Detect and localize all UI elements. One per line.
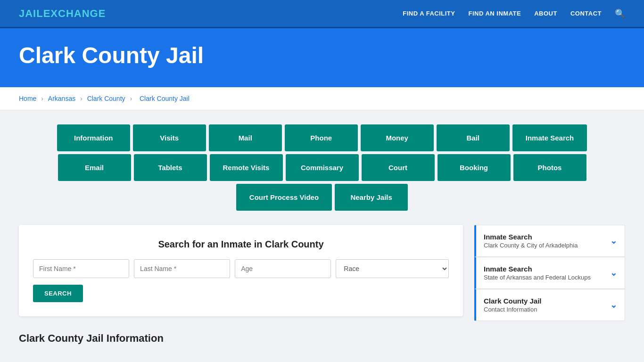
btn-court[interactable]: Court bbox=[362, 154, 435, 181]
breadcrumb-sep-2: › bbox=[80, 95, 84, 102]
btn-row-2: Email Tablets Remote Visits Commissary C… bbox=[58, 154, 586, 181]
info-section-title: Clark County Jail Information bbox=[19, 332, 625, 345]
info-section: Clark County Jail Information bbox=[19, 332, 625, 345]
btn-booking[interactable]: Booking bbox=[438, 154, 511, 181]
sidebar-title-1: Inmate Search bbox=[484, 233, 578, 241]
sidebar-item-contact-info[interactable]: Clark County Jail Contact Information ⌄ bbox=[474, 289, 625, 321]
logo-exchange-highlight: EXCHANGE bbox=[43, 8, 106, 19]
last-name-input[interactable] bbox=[134, 259, 230, 278]
btn-photos[interactable]: Photos bbox=[513, 154, 586, 181]
lower-section: Search for an Inmate in Clark County Rac… bbox=[19, 225, 625, 321]
navigation-button-grid: Information Visits Mail Phone Money Bail… bbox=[19, 124, 625, 211]
btn-tablets[interactable]: Tablets bbox=[134, 154, 207, 181]
chevron-icon-2: ⌄ bbox=[610, 268, 617, 278]
logo-jail: JAIL bbox=[19, 8, 43, 19]
search-submit-button[interactable]: SEARCH bbox=[33, 285, 83, 302]
main-nav: FIND A FACILITY FIND AN INMATE ABOUT CON… bbox=[403, 8, 625, 19]
btn-bail[interactable]: Bail bbox=[437, 124, 510, 151]
nav-find-facility[interactable]: FIND A FACILITY bbox=[403, 10, 455, 17]
breadcrumb-arkansas[interactable]: Arkansas bbox=[48, 95, 75, 102]
breadcrumb-home[interactable]: Home bbox=[19, 95, 36, 102]
breadcrumb: Home › Arkansas › Clark County › Clark C… bbox=[0, 87, 644, 110]
btn-information[interactable]: Information bbox=[57, 124, 130, 151]
header-search-button[interactable]: 🔍 bbox=[615, 8, 625, 19]
btn-commissary[interactable]: Commissary bbox=[286, 154, 359, 181]
btn-mail[interactable]: Mail bbox=[209, 124, 282, 151]
site-logo[interactable]: JAILEXCHANGE bbox=[19, 8, 106, 20]
sidebar-sub-2: State of Arkansas and Federal Lockups bbox=[484, 274, 591, 281]
inmate-search-box: Search for an Inmate in Clark County Rac… bbox=[19, 225, 463, 316]
breadcrumb-sep-1: › bbox=[41, 95, 45, 102]
nav-about[interactable]: ABOUT bbox=[534, 10, 557, 17]
search-fields: Race White Black Hispanic Asian Other bbox=[33, 259, 449, 278]
nav-find-inmate[interactable]: FIND AN INMATE bbox=[468, 10, 521, 17]
btn-money[interactable]: Money bbox=[361, 124, 434, 151]
sidebar-title-2: Inmate Search bbox=[484, 265, 591, 273]
btn-inmate-search[interactable]: Inmate Search bbox=[512, 124, 587, 151]
nav-contact[interactable]: CONTACT bbox=[570, 10, 602, 17]
sidebar-item-inmate-search-state[interactable]: Inmate Search State of Arkansas and Fede… bbox=[474, 257, 625, 289]
btn-nearby-jails[interactable]: Nearby Jails bbox=[335, 184, 408, 211]
breadcrumb-sep-3: › bbox=[130, 95, 134, 102]
race-select[interactable]: Race White Black Hispanic Asian Other bbox=[336, 259, 449, 278]
chevron-icon-3: ⌄ bbox=[610, 300, 617, 310]
hero-section: Clark County Jail bbox=[0, 28, 644, 87]
site-header: JAILEXCHANGE FIND A FACILITY FIND AN INM… bbox=[0, 0, 644, 28]
btn-remote-visits[interactable]: Remote Visits bbox=[210, 154, 283, 181]
chevron-icon-1: ⌄ bbox=[610, 236, 617, 246]
btn-row-3: Court Process Video Nearby Jails bbox=[236, 184, 408, 211]
sidebar-title-3: Clark County Jail bbox=[484, 297, 542, 305]
age-input[interactable] bbox=[235, 259, 331, 278]
btn-visits[interactable]: Visits bbox=[133, 124, 206, 151]
btn-phone[interactable]: Phone bbox=[285, 124, 358, 151]
sidebar-sub-1: Clark County & City of Arkadelphia bbox=[484, 242, 578, 249]
page-title: Clark County Jail bbox=[19, 42, 625, 68]
btn-row-1: Information Visits Mail Phone Money Bail… bbox=[57, 124, 587, 151]
sidebar-sub-3: Contact Information bbox=[484, 306, 542, 313]
inmate-search-title: Search for an Inmate in Clark County bbox=[33, 239, 449, 250]
sidebar-item-inmate-search-local[interactable]: Inmate Search Clark County & City of Ark… bbox=[474, 225, 625, 257]
main-content: Information Visits Mail Phone Money Bail… bbox=[0, 110, 644, 359]
breadcrumb-clark-county[interactable]: Clark County bbox=[87, 95, 125, 102]
btn-email[interactable]: Email bbox=[58, 154, 131, 181]
breadcrumb-current: Clark County Jail bbox=[140, 95, 190, 102]
first-name-input[interactable] bbox=[33, 259, 129, 278]
btn-court-process-video[interactable]: Court Process Video bbox=[236, 184, 332, 211]
sidebar: Inmate Search Clark County & City of Ark… bbox=[474, 225, 625, 321]
